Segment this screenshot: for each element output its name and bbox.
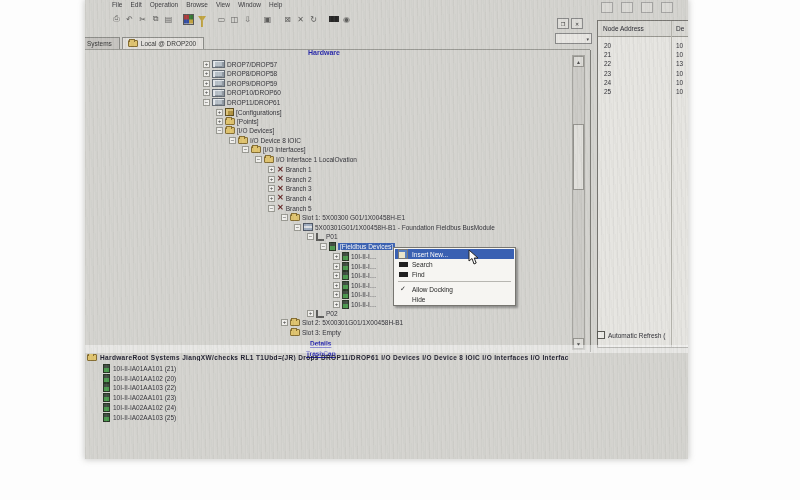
expand-icon[interactable]: +	[268, 185, 275, 192]
context-menu-item-hide[interactable]: Hide	[395, 294, 514, 304]
mini-dropdown[interactable]: ▾	[555, 33, 592, 44]
tree-item[interactable]: +✕Branch 2	[268, 175, 312, 183]
col-device[interactable]: De	[676, 25, 684, 32]
collapse-icon[interactable]: −	[229, 137, 236, 144]
tree-item[interactable]: +Slot 2: 5X00301G01/1X00458H-B1	[281, 319, 403, 326]
collapse-icon[interactable]: −	[281, 214, 288, 221]
context-menu-item-insert-new[interactable]: Insert New...	[395, 249, 514, 259]
node-table-row[interactable]: 2510	[598, 88, 688, 97]
node-table-row[interactable]: 2410	[598, 79, 688, 88]
tree-item[interactable]: +✕Branch 3	[268, 185, 312, 193]
tree-item[interactable]: +DROP9/DROP59	[203, 79, 277, 87]
camera-icon[interactable]: ▣	[262, 14, 273, 25]
expand-icon[interactable]: +	[268, 176, 275, 183]
menu-edit[interactable]: Edit	[130, 1, 141, 8]
refresh-icon[interactable]: ↻	[308, 14, 319, 25]
tree-item[interactable]: +DROP7/DROP57	[203, 60, 277, 68]
tree-item[interactable]: +[Points]	[216, 118, 259, 125]
tree-item[interactable]: −[Fieldbus Devices]	[320, 242, 395, 251]
toolbar-icon-faded[interactable]	[661, 2, 673, 13]
context-menu-item-find[interactable]: Find	[395, 269, 514, 279]
node-table-row[interactable]: 2110	[598, 51, 688, 60]
tree-item[interactable]: +10I-II-I…	[333, 300, 376, 309]
expand-icon[interactable]: +	[268, 195, 275, 202]
print-icon[interactable]: ⎙	[111, 14, 122, 25]
device-list-item[interactable]: 10I-II-IA02AA103 (25)	[103, 413, 176, 422]
open-icon[interactable]: ▭	[216, 14, 227, 25]
undo-icon[interactable]: ↶	[124, 14, 135, 25]
expand-icon[interactable]: +	[268, 166, 275, 173]
menu-help[interactable]: Help	[269, 1, 282, 8]
expand-icon[interactable]: +	[203, 61, 210, 68]
toolbar-icon-faded[interactable]	[601, 2, 613, 13]
expand-icon[interactable]: +	[333, 291, 340, 298]
expand-icon[interactable]: +	[333, 253, 340, 260]
menu-window[interactable]: Window	[238, 1, 261, 8]
expand-icon[interactable]: +	[216, 118, 223, 125]
copy-icon[interactable]: ⧉	[150, 14, 161, 25]
expand-icon[interactable]: +	[333, 263, 340, 270]
expand-icon[interactable]: +	[203, 80, 210, 87]
menu-view[interactable]: View	[216, 1, 230, 8]
node-table-row[interactable]: 2010	[598, 42, 688, 51]
tree-item[interactable]: Slot 3: Empty	[281, 329, 341, 336]
grab-icon[interactable]: ◉	[341, 14, 352, 25]
tree-item[interactable]: −I/O Device 8 IOIC	[229, 137, 301, 144]
device-list-item[interactable]: 10I-II-IA01AA102 (20)	[103, 374, 176, 383]
scrollbar-thumb[interactable]	[573, 124, 584, 190]
menu-operation[interactable]: Operation	[150, 1, 179, 8]
collapse-icon[interactable]: −	[255, 156, 262, 163]
device-list-item[interactable]: 10I-II-IA01AA103 (22)	[103, 383, 176, 392]
menu-browse[interactable]: Browse	[186, 1, 208, 8]
tree-item[interactable]: +DROP10/DROP60	[203, 89, 281, 97]
tab-local-drop200[interactable]: Local @ DROP200	[122, 37, 204, 49]
tree-item[interactable]: +10I-II-I…	[333, 252, 376, 261]
col-node-address[interactable]: Node Address	[603, 25, 644, 32]
device-list-item[interactable]: 10I-II-IA02AA101 (23)	[103, 393, 176, 402]
expand-icon[interactable]: +	[307, 310, 314, 317]
toolbar-icon-faded[interactable]	[641, 2, 653, 13]
tree-item[interactable]: +10I-II-I…	[333, 281, 376, 290]
expand-icon[interactable]: +	[203, 89, 210, 96]
tree-item[interactable]: −5X00301G01/1X00458H-B1 - Foundation Fie…	[294, 223, 495, 231]
tree-scrollbar[interactable]: ▲ ▼	[572, 55, 585, 350]
collapse-icon[interactable]: −	[203, 99, 210, 106]
collapse-icon[interactable]: −	[216, 127, 223, 134]
tree-item[interactable]: +DROP8/DROP58	[203, 70, 277, 78]
save-icon[interactable]: ◫	[229, 14, 240, 25]
tree-item[interactable]: +✕Branch 1	[268, 166, 312, 174]
device-list-item[interactable]: 10I-II-IA01AA101 (21)	[103, 364, 176, 373]
tree-item[interactable]: +10I-II-I…	[333, 290, 376, 299]
toolbar-icon-faded[interactable]	[621, 2, 633, 13]
palette-icon[interactable]	[183, 14, 194, 25]
expand-icon[interactable]: +	[333, 282, 340, 289]
binoculars-icon[interactable]	[328, 14, 339, 25]
tree-item[interactable]: −[I/O Interfaces]	[242, 146, 306, 153]
tree-item[interactable]: +[Configurations]	[216, 108, 282, 116]
collapse-icon[interactable]: −	[242, 146, 249, 153]
tree-item[interactable]: −[I/O Devices]	[216, 127, 274, 134]
import-icon[interactable]: ⇩	[242, 14, 253, 25]
collapse-icon[interactable]: −	[268, 205, 275, 212]
tree-item[interactable]: −DROP11/DROP61	[203, 98, 280, 106]
auto-refresh-checkbox[interactable]	[597, 331, 605, 339]
tree-item[interactable]: +✕Branch 4	[268, 194, 312, 202]
tree-item[interactable]: +10I-II-I…	[333, 262, 376, 271]
zoom-select-icon[interactable]: ⊠	[282, 14, 293, 25]
filter-funnel-icon[interactable]	[196, 14, 207, 25]
scroll-up-icon[interactable]: ▲	[573, 56, 584, 67]
tree-item[interactable]: −I/O Interface 1 LocalOvation	[255, 156, 357, 163]
menu-file[interactable]: File	[112, 1, 122, 8]
device-list-item[interactable]: 10I-II-IA02AA102 (24)	[103, 403, 176, 412]
collapse-icon[interactable]: −	[320, 243, 327, 250]
expand-icon[interactable]: +	[203, 70, 210, 77]
expand-icon[interactable]: +	[281, 319, 288, 326]
tree-item[interactable]: −Slot 1: 5X00300 G01/1X00458H-E1	[281, 214, 405, 221]
restore-button[interactable]: ❐	[557, 18, 569, 29]
expand-icon[interactable]: +	[333, 272, 340, 279]
paste-icon[interactable]: ▤	[163, 14, 174, 25]
context-menu-item-allow-docking[interactable]: ✓Allow Docking	[395, 284, 514, 294]
tree-item[interactable]: −P01	[307, 233, 338, 241]
close-button[interactable]: ✕	[571, 18, 583, 29]
collapse-icon[interactable]: −	[294, 224, 301, 231]
